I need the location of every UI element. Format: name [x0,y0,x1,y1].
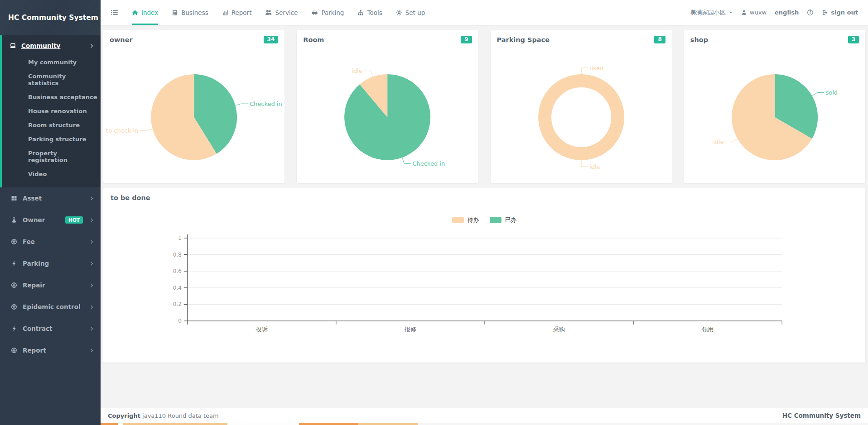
sidebar-item-contract[interactable]: Contract [0,318,101,339]
count-badge: 34 [264,36,279,43]
tab-label: Set up [405,9,425,16]
tab-label: Business [181,9,208,16]
bottom-strip [101,423,868,425]
card-body: Checked into check in [103,49,285,183]
card-title: Room [303,36,324,43]
sidebar-subitem-my-community[interactable]: My community [2,55,101,69]
tab-report[interactable]: Report [222,0,252,25]
globe-icon [11,239,17,245]
tab-business[interactable]: Business [172,0,208,25]
caret-down-icon [728,10,733,15]
count-badge: 3 [848,36,859,43]
chevron-right-icon [89,261,94,266]
card-body: soldidle [684,49,865,183]
community-select[interactable]: 美满家园小区 [690,9,733,17]
chevron-right-icon [89,348,94,353]
sidebar-subitem-house-renovation[interactable]: House renovation [2,104,101,118]
help-icon[interactable]: ? [807,9,814,16]
svg-text:0: 0 [178,318,182,324]
sidebar-item-parking[interactable]: Parking [0,253,101,274]
community-select-value: 美满家园小区 [690,9,726,17]
sidebar-item-epidemic-control[interactable]: Epidemic control [0,296,101,318]
language-toggle[interactable]: english [775,9,799,16]
card-title: shop [690,36,708,43]
legend-item-done[interactable]: 已办 [490,216,516,224]
sidebar-item-community[interactable]: Community [2,35,101,55]
todo-title: to be done [111,194,150,201]
sidebar: HC Community System Community My communi… [0,0,101,425]
svg-text:?: ? [809,10,811,14]
svg-text:idle: idle [352,67,362,74]
footer: Copyright java110 Round data team HC Com… [101,408,868,423]
bolt-icon [11,260,17,267]
sidebar-subitem-business-acceptance[interactable]: Business acceptance [2,90,101,104]
chevron-right-icon [89,326,94,331]
svg-text:idle: idle [589,163,600,170]
sidebar-subitem-parking-structure[interactable]: Parking structure [2,132,101,146]
chevron-right-icon [89,218,94,223]
card-parking-space: Parking Space 8 usedidle [491,30,672,183]
hot-badge: HOT [65,216,83,224]
copyright-text: Copyright java110 Round data team [108,412,219,419]
svg-text:0.4: 0.4 [173,285,182,291]
sidebar-item-repair[interactable]: Repair [0,274,101,296]
tab-service[interactable]: Service [265,0,298,25]
card-body: Checked inidle [297,49,478,183]
parking-donut-chart: usedidle [491,49,672,183]
room-pie-chart: Checked inidle [297,49,478,183]
chevron-right-icon [89,239,94,244]
home-icon [132,10,138,16]
user-menu[interactable]: wuxw [741,9,767,16]
card-header: owner 34 [103,30,285,49]
card-room: Room 9 Checked inidle [297,30,478,183]
footer-brand: HC Community System [782,412,861,419]
dashboard-content: owner 34 Checked into check in Room 9 Ch… [101,25,868,408]
svg-text:Checked in: Checked in [250,100,282,107]
legend-swatch [452,217,464,223]
card-title: owner [110,36,133,43]
svg-text:used: used [589,65,603,72]
tab-parking[interactable]: Parking [311,0,344,25]
legend-item-pending[interactable]: 待办 [452,216,479,224]
top-nav: Index Business Report Service Parking To… [101,0,868,25]
laptop-icon [10,43,16,49]
car-icon [311,9,318,16]
app-logo: HC Community System [0,0,101,35]
sitemap-icon [357,10,364,16]
svg-text:领用: 领用 [702,326,714,333]
svg-text:1: 1 [178,235,182,241]
sidebar-item-label: Fee [23,238,84,245]
legend-label: 待办 [468,216,479,224]
sidebar-subitem-community-statistics[interactable]: Community statistics [2,69,101,90]
calculator-icon [172,10,178,16]
chevron-right-icon [89,196,94,201]
sidebar-subitem-video[interactable]: Video [2,167,101,181]
sidebar-item-asset[interactable]: Asset [0,187,101,209]
card-header: Parking Space 8 [491,30,672,49]
username: wuxw [750,9,767,16]
sidebar-item-label: Asset [23,195,84,202]
sidebar-subitem-property-registration[interactable]: Property registration [2,146,101,167]
svg-text:idle: idle [713,138,723,145]
signout-button[interactable]: sign out [822,9,858,16]
svg-text:0.6: 0.6 [173,268,182,274]
svg-text:0.2: 0.2 [173,301,182,307]
sidebar-item-label: Report [23,347,84,354]
shop-pie-chart: soldidle [684,49,865,183]
sidebar-subitem-room-structure[interactable]: Room structure [2,118,101,132]
tab-index[interactable]: Index [132,0,158,25]
sidebar-item-label: Community [21,42,60,49]
tab-tools[interactable]: Tools [357,0,382,25]
card-title: to be done [103,188,865,207]
sidebar-item-owner[interactable]: Owner HOT [0,209,101,231]
tab-label: Service [275,9,298,16]
card-shop: shop 3 soldidle [684,30,865,183]
hamburger-icon[interactable] [111,9,118,16]
sidebar-item-report[interactable]: Report [0,339,101,361]
sidebar-item-fee[interactable]: Fee [0,231,101,253]
flask-icon [11,217,17,223]
tab-set-up[interactable]: Set up [396,0,425,25]
grid-icon [11,195,17,201]
user-icon [741,10,747,15]
globe-icon [11,282,17,288]
